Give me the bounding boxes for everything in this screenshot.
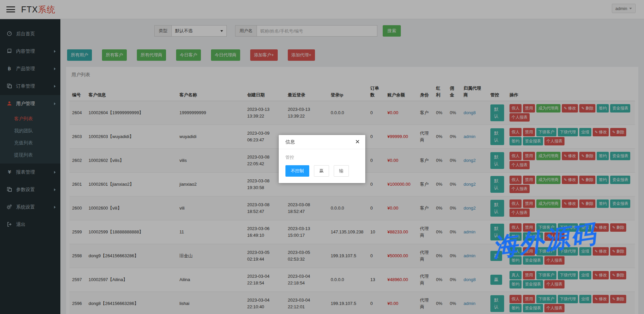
no-control-button[interactable]: 不控制 — [285, 165, 309, 177]
win-button[interactable]: 赢 — [314, 165, 329, 177]
modal-control-label: 管控 — [285, 154, 359, 161]
info-modal: 信息 ✕ 管控 不控制 赢 输 — [279, 135, 365, 183]
lose-button[interactable]: 输 — [334, 165, 349, 177]
modal-title: 信息 — [285, 139, 295, 145]
close-icon[interactable]: ✕ — [355, 139, 360, 145]
modal-header: 信息 ✕ — [279, 135, 365, 149]
modal-buttons: 不控制 赢 输 — [285, 165, 359, 177]
